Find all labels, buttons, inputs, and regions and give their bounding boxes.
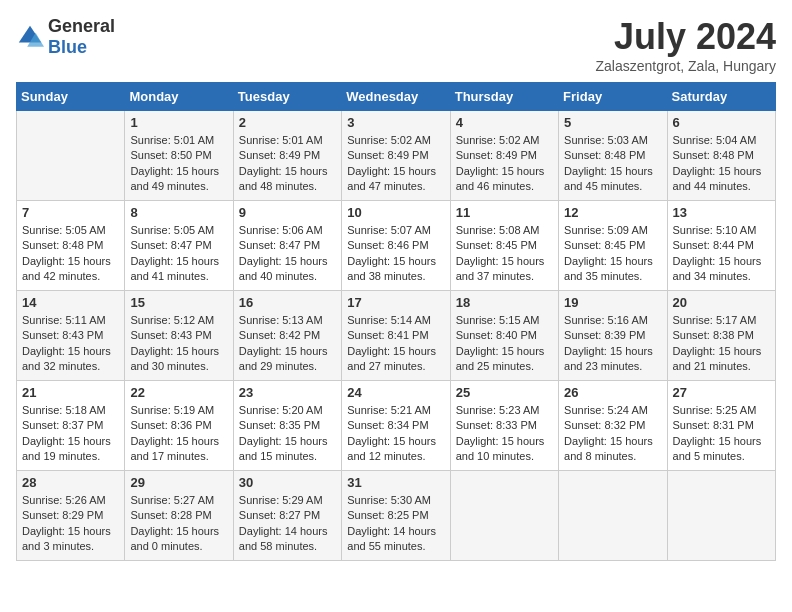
- logo-text: General Blue: [48, 16, 115, 58]
- calendar-cell: 28Sunrise: 5:26 AM Sunset: 8:29 PM Dayli…: [17, 471, 125, 561]
- day-info: Sunrise: 5:02 AM Sunset: 8:49 PM Dayligh…: [456, 133, 553, 195]
- calendar-cell: [450, 471, 558, 561]
- day-number: 16: [239, 295, 336, 310]
- calendar-cell: 19Sunrise: 5:16 AM Sunset: 8:39 PM Dayli…: [559, 291, 667, 381]
- calendar-cell: [17, 111, 125, 201]
- day-info: Sunrise: 5:11 AM Sunset: 8:43 PM Dayligh…: [22, 313, 119, 375]
- calendar-cell: 13Sunrise: 5:10 AM Sunset: 8:44 PM Dayli…: [667, 201, 775, 291]
- calendar-cell: 15Sunrise: 5:12 AM Sunset: 8:43 PM Dayli…: [125, 291, 233, 381]
- day-number: 1: [130, 115, 227, 130]
- day-info: Sunrise: 5:07 AM Sunset: 8:46 PM Dayligh…: [347, 223, 444, 285]
- day-number: 27: [673, 385, 770, 400]
- day-info: Sunrise: 5:10 AM Sunset: 8:44 PM Dayligh…: [673, 223, 770, 285]
- calendar-cell: 18Sunrise: 5:15 AM Sunset: 8:40 PM Dayli…: [450, 291, 558, 381]
- day-info: Sunrise: 5:02 AM Sunset: 8:49 PM Dayligh…: [347, 133, 444, 195]
- day-info: Sunrise: 5:20 AM Sunset: 8:35 PM Dayligh…: [239, 403, 336, 465]
- calendar-cell: 26Sunrise: 5:24 AM Sunset: 8:32 PM Dayli…: [559, 381, 667, 471]
- day-info: Sunrise: 5:09 AM Sunset: 8:45 PM Dayligh…: [564, 223, 661, 285]
- calendar-week-row: 7Sunrise: 5:05 AM Sunset: 8:48 PM Daylig…: [17, 201, 776, 291]
- day-info: Sunrise: 5:04 AM Sunset: 8:48 PM Dayligh…: [673, 133, 770, 195]
- calendar-cell: 12Sunrise: 5:09 AM Sunset: 8:45 PM Dayli…: [559, 201, 667, 291]
- day-number: 22: [130, 385, 227, 400]
- logo-blue: Blue: [48, 37, 87, 57]
- logo: General Blue: [16, 16, 115, 58]
- calendar-cell: 20Sunrise: 5:17 AM Sunset: 8:38 PM Dayli…: [667, 291, 775, 381]
- day-number: 29: [130, 475, 227, 490]
- day-number: 21: [22, 385, 119, 400]
- calendar-cell: [559, 471, 667, 561]
- day-info: Sunrise: 5:24 AM Sunset: 8:32 PM Dayligh…: [564, 403, 661, 465]
- day-number: 24: [347, 385, 444, 400]
- day-number: 17: [347, 295, 444, 310]
- day-number: 19: [564, 295, 661, 310]
- calendar-week-row: 14Sunrise: 5:11 AM Sunset: 8:43 PM Dayli…: [17, 291, 776, 381]
- calendar-cell: 29Sunrise: 5:27 AM Sunset: 8:28 PM Dayli…: [125, 471, 233, 561]
- page-header: General Blue July 2024 Zalaszentgrot, Za…: [16, 16, 776, 74]
- day-number: 11: [456, 205, 553, 220]
- day-info: Sunrise: 5:05 AM Sunset: 8:48 PM Dayligh…: [22, 223, 119, 285]
- calendar-cell: 1Sunrise: 5:01 AM Sunset: 8:50 PM Daylig…: [125, 111, 233, 201]
- day-info: Sunrise: 5:16 AM Sunset: 8:39 PM Dayligh…: [564, 313, 661, 375]
- calendar-cell: 7Sunrise: 5:05 AM Sunset: 8:48 PM Daylig…: [17, 201, 125, 291]
- day-info: Sunrise: 5:23 AM Sunset: 8:33 PM Dayligh…: [456, 403, 553, 465]
- col-header-saturday: Saturday: [667, 83, 775, 111]
- calendar-cell: 16Sunrise: 5:13 AM Sunset: 8:42 PM Dayli…: [233, 291, 341, 381]
- day-info: Sunrise: 5:13 AM Sunset: 8:42 PM Dayligh…: [239, 313, 336, 375]
- col-header-tuesday: Tuesday: [233, 83, 341, 111]
- day-info: Sunrise: 5:05 AM Sunset: 8:47 PM Dayligh…: [130, 223, 227, 285]
- day-number: 10: [347, 205, 444, 220]
- day-info: Sunrise: 5:18 AM Sunset: 8:37 PM Dayligh…: [22, 403, 119, 465]
- calendar-cell: 25Sunrise: 5:23 AM Sunset: 8:33 PM Dayli…: [450, 381, 558, 471]
- location: Zalaszentgrot, Zala, Hungary: [595, 58, 776, 74]
- day-info: Sunrise: 5:12 AM Sunset: 8:43 PM Dayligh…: [130, 313, 227, 375]
- day-number: 14: [22, 295, 119, 310]
- calendar-cell: 31Sunrise: 5:30 AM Sunset: 8:25 PM Dayli…: [342, 471, 450, 561]
- day-number: 13: [673, 205, 770, 220]
- calendar-cell: 24Sunrise: 5:21 AM Sunset: 8:34 PM Dayli…: [342, 381, 450, 471]
- day-info: Sunrise: 5:30 AM Sunset: 8:25 PM Dayligh…: [347, 493, 444, 555]
- col-header-thursday: Thursday: [450, 83, 558, 111]
- calendar-cell: 30Sunrise: 5:29 AM Sunset: 8:27 PM Dayli…: [233, 471, 341, 561]
- calendar-cell: 8Sunrise: 5:05 AM Sunset: 8:47 PM Daylig…: [125, 201, 233, 291]
- calendar-cell: 21Sunrise: 5:18 AM Sunset: 8:37 PM Dayli…: [17, 381, 125, 471]
- calendar-week-row: 28Sunrise: 5:26 AM Sunset: 8:29 PM Dayli…: [17, 471, 776, 561]
- calendar-cell: 10Sunrise: 5:07 AM Sunset: 8:46 PM Dayli…: [342, 201, 450, 291]
- col-header-friday: Friday: [559, 83, 667, 111]
- calendar-cell: 14Sunrise: 5:11 AM Sunset: 8:43 PM Dayli…: [17, 291, 125, 381]
- calendar-header-row: SundayMondayTuesdayWednesdayThursdayFrid…: [17, 83, 776, 111]
- day-number: 15: [130, 295, 227, 310]
- day-number: 25: [456, 385, 553, 400]
- day-info: Sunrise: 5:01 AM Sunset: 8:50 PM Dayligh…: [130, 133, 227, 195]
- calendar-cell: 2Sunrise: 5:01 AM Sunset: 8:49 PM Daylig…: [233, 111, 341, 201]
- calendar-cell: 11Sunrise: 5:08 AM Sunset: 8:45 PM Dayli…: [450, 201, 558, 291]
- calendar-cell: 5Sunrise: 5:03 AM Sunset: 8:48 PM Daylig…: [559, 111, 667, 201]
- day-number: 31: [347, 475, 444, 490]
- logo-icon: [16, 23, 44, 51]
- day-info: Sunrise: 5:27 AM Sunset: 8:28 PM Dayligh…: [130, 493, 227, 555]
- day-number: 18: [456, 295, 553, 310]
- calendar-cell: 6Sunrise: 5:04 AM Sunset: 8:48 PM Daylig…: [667, 111, 775, 201]
- day-info: Sunrise: 5:25 AM Sunset: 8:31 PM Dayligh…: [673, 403, 770, 465]
- day-number: 23: [239, 385, 336, 400]
- day-number: 5: [564, 115, 661, 130]
- calendar-week-row: 1Sunrise: 5:01 AM Sunset: 8:50 PM Daylig…: [17, 111, 776, 201]
- calendar-cell: 17Sunrise: 5:14 AM Sunset: 8:41 PM Dayli…: [342, 291, 450, 381]
- calendar-cell: 27Sunrise: 5:25 AM Sunset: 8:31 PM Dayli…: [667, 381, 775, 471]
- day-number: 8: [130, 205, 227, 220]
- day-number: 20: [673, 295, 770, 310]
- calendar-cell: 4Sunrise: 5:02 AM Sunset: 8:49 PM Daylig…: [450, 111, 558, 201]
- month-title: July 2024: [595, 16, 776, 58]
- day-number: 3: [347, 115, 444, 130]
- day-number: 7: [22, 205, 119, 220]
- day-info: Sunrise: 5:06 AM Sunset: 8:47 PM Dayligh…: [239, 223, 336, 285]
- day-info: Sunrise: 5:17 AM Sunset: 8:38 PM Dayligh…: [673, 313, 770, 375]
- day-info: Sunrise: 5:26 AM Sunset: 8:29 PM Dayligh…: [22, 493, 119, 555]
- calendar-cell: [667, 471, 775, 561]
- day-info: Sunrise: 5:03 AM Sunset: 8:48 PM Dayligh…: [564, 133, 661, 195]
- day-number: 30: [239, 475, 336, 490]
- day-info: Sunrise: 5:14 AM Sunset: 8:41 PM Dayligh…: [347, 313, 444, 375]
- calendar-cell: 22Sunrise: 5:19 AM Sunset: 8:36 PM Dayli…: [125, 381, 233, 471]
- calendar-cell: 3Sunrise: 5:02 AM Sunset: 8:49 PM Daylig…: [342, 111, 450, 201]
- day-info: Sunrise: 5:08 AM Sunset: 8:45 PM Dayligh…: [456, 223, 553, 285]
- day-info: Sunrise: 5:29 AM Sunset: 8:27 PM Dayligh…: [239, 493, 336, 555]
